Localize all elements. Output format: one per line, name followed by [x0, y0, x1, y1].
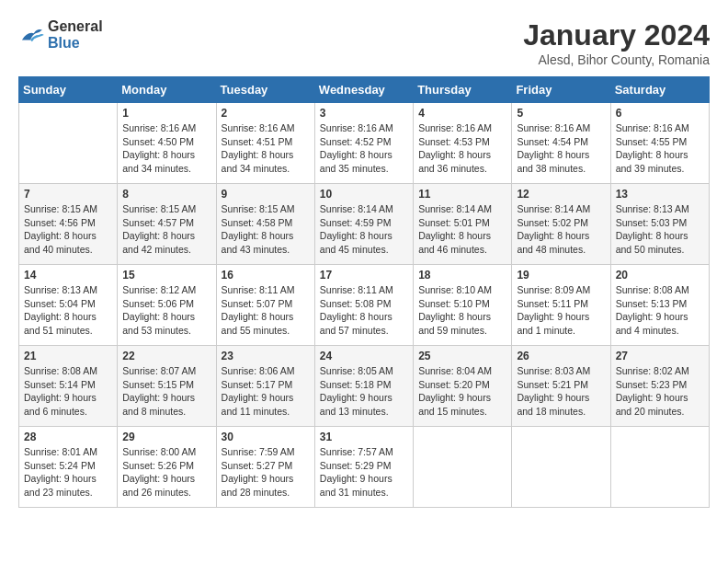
sunrise-text: Sunrise: 8:06 AM [222, 364, 310, 378]
logo-text: General Blue [48, 18, 103, 52]
day-number: 28 [24, 431, 112, 443]
calendar-cell [610, 427, 709, 508]
daylight-text: Daylight: 8 hours and 51 minutes. [24, 310, 112, 337]
daylight-text: Daylight: 8 hours and 45 minutes. [320, 229, 408, 256]
daylight-text: Daylight: 9 hours and 1 minute. [517, 310, 605, 337]
daylight-text: Daylight: 9 hours and 6 minutes. [24, 391, 112, 418]
calendar-header-row: Sunday Monday Tuesday Wednesday Thursday… [19, 77, 710, 103]
header-sunday: Sunday [19, 77, 118, 103]
calendar-cell: 19 Sunrise: 8:09 AM Sunset: 5:11 PM Dayl… [512, 265, 610, 346]
calendar-cell: 30 Sunrise: 7:59 AM Sunset: 5:27 PM Dayl… [216, 427, 314, 508]
sunrise-text: Sunrise: 8:16 AM [517, 121, 605, 135]
sunset-text: Sunset: 5:26 PM [122, 459, 210, 473]
calendar-cell: 11 Sunrise: 8:14 AM Sunset: 5:01 PM Dayl… [414, 184, 512, 265]
sunset-text: Sunset: 4:57 PM [122, 216, 210, 230]
daylight-text: Daylight: 9 hours and 28 minutes. [222, 472, 310, 499]
sunset-text: Sunset: 5:03 PM [616, 216, 704, 230]
sunrise-text: Sunrise: 8:15 AM [222, 202, 310, 216]
day-number: 20 [616, 269, 704, 282]
sunset-text: Sunset: 5:14 PM [24, 378, 112, 392]
sunrise-text: Sunrise: 8:15 AM [122, 202, 210, 216]
daylight-text: Daylight: 9 hours and 26 minutes. [122, 472, 210, 499]
calendar-cell: 4 Sunrise: 8:16 AM Sunset: 4:53 PM Dayli… [414, 103, 512, 184]
sunrise-text: Sunrise: 8:14 AM [418, 202, 506, 216]
day-number: 3 [320, 107, 408, 120]
day-number: 4 [418, 107, 506, 120]
calendar-cell: 5 Sunrise: 8:16 AM Sunset: 4:54 PM Dayli… [512, 103, 610, 184]
sunset-text: Sunset: 5:01 PM [418, 216, 506, 230]
day-number: 5 [517, 107, 605, 120]
day-number: 29 [122, 431, 210, 443]
calendar-cell: 2 Sunrise: 8:16 AM Sunset: 4:51 PM Dayli… [216, 103, 314, 184]
header-tuesday: Tuesday [216, 77, 314, 103]
day-number: 24 [320, 350, 408, 362]
sunrise-text: Sunrise: 8:14 AM [320, 202, 408, 216]
sunset-text: Sunset: 5:15 PM [122, 378, 210, 392]
calendar-week-3: 14 Sunrise: 8:13 AM Sunset: 5:04 PM Dayl… [19, 265, 710, 346]
day-number: 7 [24, 188, 112, 201]
day-number: 22 [122, 350, 210, 362]
sunrise-text: Sunrise: 8:02 AM [616, 364, 704, 378]
sunset-text: Sunset: 5:06 PM [122, 297, 210, 311]
daylight-text: Daylight: 8 hours and 55 minutes. [222, 310, 310, 337]
sunset-text: Sunset: 5:07 PM [222, 297, 310, 311]
sunrise-text: Sunrise: 8:16 AM [222, 121, 310, 135]
calendar-cell: 15 Sunrise: 8:12 AM Sunset: 5:06 PM Dayl… [118, 265, 216, 346]
page-header: General Blue January 2024 Alesd, Bihor C… [18, 18, 710, 67]
sunrise-text: Sunrise: 8:05 AM [320, 364, 408, 378]
sunset-text: Sunset: 4:50 PM [122, 135, 210, 149]
sunset-text: Sunset: 5:17 PM [222, 378, 310, 392]
location: Alesd, Bihor County, Romania [523, 52, 710, 67]
month-title: January 2024 [523, 18, 710, 52]
calendar-week-1: 1 Sunrise: 8:16 AM Sunset: 4:50 PM Dayli… [19, 103, 710, 184]
calendar-cell: 16 Sunrise: 8:11 AM Sunset: 5:07 PM Dayl… [216, 265, 314, 346]
day-number: 16 [222, 269, 310, 282]
calendar-cell: 8 Sunrise: 8:15 AM Sunset: 4:57 PM Dayli… [118, 184, 216, 265]
sunset-text: Sunset: 5:02 PM [517, 216, 605, 230]
sunrise-text: Sunrise: 8:00 AM [122, 445, 210, 459]
daylight-text: Daylight: 9 hours and 18 minutes. [517, 391, 605, 418]
title-block: January 2024 Alesd, Bihor County, Romani… [523, 18, 710, 67]
day-number: 8 [122, 188, 210, 201]
sunset-text: Sunset: 4:56 PM [24, 216, 112, 230]
header-wednesday: Wednesday [314, 77, 413, 103]
daylight-text: Daylight: 9 hours and 11 minutes. [222, 391, 310, 418]
daylight-text: Daylight: 8 hours and 50 minutes. [616, 229, 704, 256]
sunset-text: Sunset: 5:11 PM [517, 297, 605, 311]
day-number: 10 [320, 188, 408, 201]
calendar-cell: 14 Sunrise: 8:13 AM Sunset: 5:04 PM Dayl… [19, 265, 118, 346]
day-number: 12 [517, 188, 605, 201]
daylight-text: Daylight: 8 hours and 57 minutes. [320, 310, 408, 337]
sunset-text: Sunset: 5:24 PM [24, 459, 112, 473]
day-number: 11 [418, 188, 506, 201]
daylight-text: Daylight: 8 hours and 35 minutes. [320, 148, 408, 175]
calendar-cell: 1 Sunrise: 8:16 AM Sunset: 4:50 PM Dayli… [118, 103, 216, 184]
calendar-cell: 28 Sunrise: 8:01 AM Sunset: 5:24 PM Dayl… [19, 427, 118, 508]
calendar-cell: 13 Sunrise: 8:13 AM Sunset: 5:03 PM Dayl… [610, 184, 709, 265]
daylight-text: Daylight: 8 hours and 53 minutes. [122, 310, 210, 337]
day-number: 13 [616, 188, 704, 201]
sunrise-text: Sunrise: 8:12 AM [122, 283, 210, 297]
sunset-text: Sunset: 5:04 PM [24, 297, 112, 311]
sunrise-text: Sunrise: 8:08 AM [24, 364, 112, 378]
daylight-text: Daylight: 8 hours and 42 minutes. [122, 229, 210, 256]
sunrise-text: Sunrise: 8:08 AM [616, 283, 704, 297]
sunrise-text: Sunrise: 8:16 AM [616, 121, 704, 135]
calendar-week-2: 7 Sunrise: 8:15 AM Sunset: 4:56 PM Dayli… [19, 184, 710, 265]
sunset-text: Sunset: 5:27 PM [222, 459, 310, 473]
sunrise-text: Sunrise: 8:16 AM [122, 121, 210, 135]
calendar-cell: 25 Sunrise: 8:04 AM Sunset: 5:20 PM Dayl… [414, 346, 512, 427]
sunrise-text: Sunrise: 8:10 AM [418, 283, 506, 297]
day-number: 6 [616, 107, 704, 120]
daylight-text: Daylight: 9 hours and 20 minutes. [616, 391, 704, 418]
sunrise-text: Sunrise: 8:13 AM [24, 283, 112, 297]
daylight-text: Daylight: 9 hours and 13 minutes. [320, 391, 408, 418]
day-number: 30 [222, 431, 310, 443]
sunrise-text: Sunrise: 8:14 AM [517, 202, 605, 216]
calendar-cell: 20 Sunrise: 8:08 AM Sunset: 5:13 PM Dayl… [610, 265, 709, 346]
day-number: 31 [320, 431, 408, 443]
sunset-text: Sunset: 5:21 PM [517, 378, 605, 392]
calendar-cell [19, 103, 118, 184]
sunrise-text: Sunrise: 8:11 AM [222, 283, 310, 297]
sunset-text: Sunset: 5:10 PM [418, 297, 506, 311]
